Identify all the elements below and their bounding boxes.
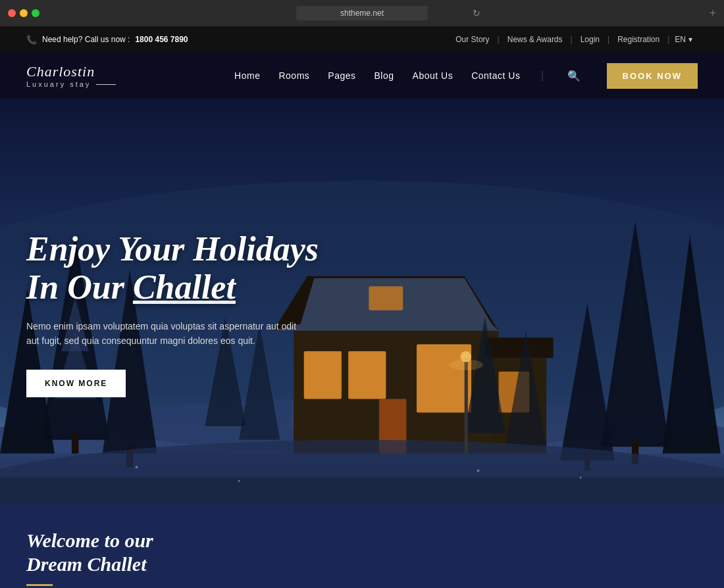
url-bar[interactable]: shtheme.net	[296, 6, 428, 20]
chevron-down-icon: ▾	[688, 35, 692, 44]
logo-name[interactable]: Charlostin	[26, 63, 116, 80]
nav-blog[interactable]: Blog	[375, 70, 394, 81]
nav-divider: |	[541, 70, 543, 82]
logo-tagline: Luxuary stay	[26, 80, 116, 88]
site-wrapper: 📞 Need help? Call us now : 1800 456 7890…	[0, 26, 724, 588]
welcome-line2: Dream Challet	[26, 553, 147, 575]
registration-link[interactable]: Registration	[609, 35, 667, 44]
hero-content: Enjoy Your Holidays In Our Challet Nemo …	[0, 230, 345, 397]
hero-title-challet: Challet	[133, 268, 236, 306]
phone-info: 📞 Need help? Call us now : 1800 456 7890	[26, 35, 188, 45]
phone-text: Need help? Call us now :	[42, 35, 130, 44]
nav-home[interactable]: Home	[234, 70, 260, 81]
top-bar: 📞 Need help? Call us now : 1800 456 7890…	[0, 26, 724, 53]
hero-section: Enjoy Your Holidays In Our Challet Nemo …	[0, 99, 724, 502]
language-label: EN	[675, 35, 686, 44]
new-tab-button[interactable]: +	[710, 7, 716, 20]
language-selector[interactable]: EN ▾	[669, 35, 698, 44]
news-awards-link[interactable]: News & Awards	[500, 35, 571, 44]
bottom-section: Welcome to our Dream Challet	[0, 502, 724, 588]
window-controls	[8, 9, 39, 17]
close-button[interactable]	[8, 9, 16, 17]
hero-title: Enjoy Your Holidays In Our Challet	[26, 230, 319, 305]
nav-contact[interactable]: Contact Us	[471, 70, 520, 81]
phone-number: 1800 456 7890	[135, 35, 188, 44]
maximize-button[interactable]	[32, 9, 39, 17]
browser-chrome: shtheme.net ↻ +	[0, 0, 724, 26]
nav-pages[interactable]: Pages	[328, 70, 355, 81]
main-nav: Charlostin Luxuary stay Home Rooms Pages…	[0, 53, 724, 99]
welcome-line1: Welcome to our	[26, 529, 153, 551]
phone-icon: 📞	[26, 35, 37, 45]
hero-title-line2-plain: In Our	[26, 268, 133, 306]
welcome-underline-decoration	[26, 584, 53, 586]
minimize-button[interactable]	[20, 9, 28, 17]
reload-button[interactable]: ↻	[473, 8, 480, 19]
book-now-button[interactable]: BOOK NOW	[607, 63, 698, 89]
search-icon[interactable]: 🔍	[567, 70, 581, 82]
top-nav: Our Story | News & Awards | Login | Regi…	[448, 35, 698, 44]
know-more-button[interactable]: KNOW MORE	[26, 370, 126, 397]
our-story-link[interactable]: Our Story	[448, 35, 497, 44]
welcome-title: Welcome to our Dream Challet	[26, 529, 153, 576]
nav-rooms[interactable]: Rooms	[278, 70, 309, 81]
hero-subtitle: Nemo enim ipsam voluptatem quia voluptas…	[26, 319, 303, 349]
welcome-block: Welcome to our Dream Challet	[26, 529, 153, 586]
login-link[interactable]: Login	[573, 35, 608, 44]
nav-about[interactable]: About Us	[413, 70, 453, 81]
logo-area: Charlostin Luxuary stay	[26, 63, 116, 88]
hero-title-line1: Enjoy Your Holidays	[26, 230, 319, 268]
main-nav-links: Home Rooms Pages Blog About Us Contact U…	[234, 63, 698, 89]
